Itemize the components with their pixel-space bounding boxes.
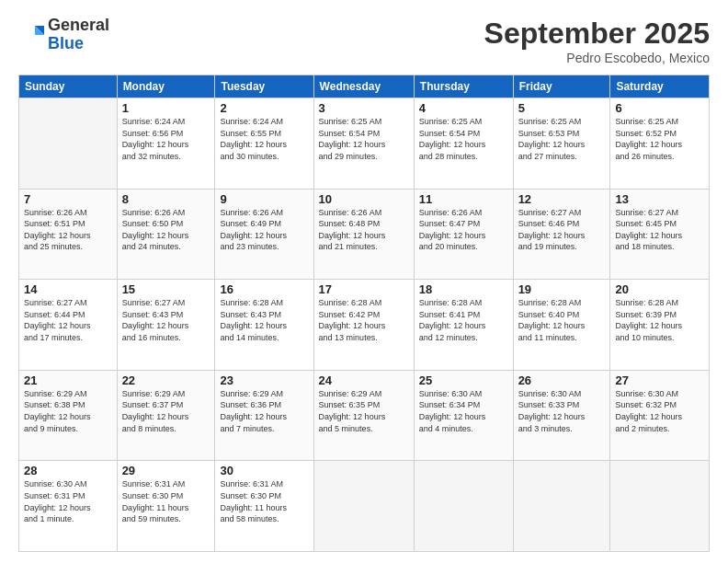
table-row: 6Sunrise: 6:25 AM Sunset: 6:52 PM Daylig… [610,98,710,190]
col-sunday: Sunday [19,75,118,98]
day-info: Sunrise: 6:27 AM Sunset: 6:43 PM Dayligh… [122,297,210,343]
day-info: Sunrise: 6:27 AM Sunset: 6:45 PM Dayligh… [615,207,704,253]
day-info: Sunrise: 6:30 AM Sunset: 6:34 PM Dayligh… [419,388,508,434]
table-row: 17Sunrise: 6:28 AM Sunset: 6:42 PM Dayli… [313,280,414,371]
day-number: 17 [319,282,409,296]
table-row: 22Sunrise: 6:29 AM Sunset: 6:37 PM Dayli… [117,370,215,461]
day-info: Sunrise: 6:30 AM Sunset: 6:33 PM Dayligh… [518,388,606,434]
calendar-week-row: 1Sunrise: 6:24 AM Sunset: 6:56 PM Daylig… [19,98,710,190]
day-number: 18 [419,282,508,296]
table-row: 29Sunrise: 6:31 AM Sunset: 6:30 PM Dayli… [117,461,215,552]
table-row: 3Sunrise: 6:25 AM Sunset: 6:54 PM Daylig… [313,98,414,190]
table-row: 4Sunrise: 6:25 AM Sunset: 6:54 PM Daylig… [414,98,513,190]
table-row [313,461,414,552]
table-row: 9Sunrise: 6:26 AM Sunset: 6:49 PM Daylig… [215,189,313,280]
day-number: 12 [518,192,606,206]
col-tuesday: Tuesday [215,75,313,98]
day-number: 6 [615,101,704,115]
calendar-week-row: 14Sunrise: 6:27 AM Sunset: 6:44 PM Dayli… [19,280,710,371]
table-row [610,461,710,552]
day-number: 16 [220,282,308,296]
day-number: 10 [319,192,409,206]
day-info: Sunrise: 6:30 AM Sunset: 6:31 PM Dayligh… [24,478,112,524]
day-info: Sunrise: 6:27 AM Sunset: 6:44 PM Dayligh… [24,297,112,343]
table-row: 21Sunrise: 6:29 AM Sunset: 6:38 PM Dayli… [19,370,118,461]
day-number: 15 [122,282,210,296]
logo-blue-text: Blue [48,35,109,53]
table-row: 16Sunrise: 6:28 AM Sunset: 6:43 PM Dayli… [215,280,313,371]
day-number: 29 [122,464,210,477]
table-row: 2Sunrise: 6:24 AM Sunset: 6:55 PM Daylig… [215,98,313,190]
day-number: 26 [518,373,606,387]
calendar-week-row: 28Sunrise: 6:30 AM Sunset: 6:31 PM Dayli… [19,461,710,552]
day-number: 4 [419,101,508,115]
day-number: 21 [24,373,112,387]
day-number: 22 [122,373,210,387]
table-row: 1Sunrise: 6:24 AM Sunset: 6:56 PM Daylig… [117,98,215,190]
day-info: Sunrise: 6:28 AM Sunset: 6:39 PM Dayligh… [615,297,704,343]
day-info: Sunrise: 6:25 AM Sunset: 6:54 PM Dayligh… [319,116,409,162]
day-info: Sunrise: 6:26 AM Sunset: 6:48 PM Dayligh… [319,207,409,253]
logo: General Blue [18,17,109,53]
day-info: Sunrise: 6:25 AM Sunset: 6:53 PM Dayligh… [518,116,606,162]
day-info: Sunrise: 6:25 AM Sunset: 6:54 PM Dayligh… [419,116,508,162]
day-info: Sunrise: 6:28 AM Sunset: 6:42 PM Dayligh… [319,297,409,343]
day-number: 27 [615,373,704,387]
calendar-table: Sunday Monday Tuesday Wednesday Thursday… [18,75,710,552]
day-info: Sunrise: 6:28 AM Sunset: 6:40 PM Dayligh… [518,297,606,343]
table-row: 19Sunrise: 6:28 AM Sunset: 6:40 PM Dayli… [513,280,610,371]
day-info: Sunrise: 6:24 AM Sunset: 6:56 PM Dayligh… [122,116,210,162]
page-header: General Blue September 2025 Pedro Escobe… [18,17,710,65]
day-info: Sunrise: 6:28 AM Sunset: 6:43 PM Dayligh… [220,297,308,343]
day-number: 19 [518,282,606,296]
table-row: 13Sunrise: 6:27 AM Sunset: 6:45 PM Dayli… [610,189,710,280]
logo-general-text: General [48,17,109,35]
day-info: Sunrise: 6:31 AM Sunset: 6:30 PM Dayligh… [122,478,210,524]
table-row: 20Sunrise: 6:28 AM Sunset: 6:39 PM Dayli… [610,280,710,371]
table-row: 25Sunrise: 6:30 AM Sunset: 6:34 PM Dayli… [414,370,513,461]
day-number: 9 [220,192,308,206]
title-section: September 2025 Pedro Escobedo, Mexico [484,17,710,65]
day-number: 28 [24,464,112,477]
day-number: 20 [615,282,704,296]
day-info: Sunrise: 6:29 AM Sunset: 6:35 PM Dayligh… [319,388,409,434]
table-row: 30Sunrise: 6:31 AM Sunset: 6:30 PM Dayli… [215,461,313,552]
table-row [414,461,513,552]
day-number: 2 [220,101,308,115]
day-info: Sunrise: 6:25 AM Sunset: 6:52 PM Dayligh… [615,116,704,162]
logo-icon [18,22,44,48]
day-number: 25 [419,373,508,387]
day-number: 30 [220,464,308,477]
table-row: 7Sunrise: 6:26 AM Sunset: 6:51 PM Daylig… [19,189,118,280]
table-row: 23Sunrise: 6:29 AM Sunset: 6:36 PM Dayli… [215,370,313,461]
location: Pedro Escobedo, Mexico [484,51,710,65]
day-number: 3 [319,101,409,115]
day-info: Sunrise: 6:28 AM Sunset: 6:41 PM Dayligh… [419,297,508,343]
table-row [19,98,118,190]
table-row: 12Sunrise: 6:27 AM Sunset: 6:46 PM Dayli… [513,189,610,280]
table-row [513,461,610,552]
col-thursday: Thursday [414,75,513,98]
table-row: 5Sunrise: 6:25 AM Sunset: 6:53 PM Daylig… [513,98,610,190]
day-number: 14 [24,282,112,296]
day-info: Sunrise: 6:29 AM Sunset: 6:38 PM Dayligh… [24,388,112,434]
col-wednesday: Wednesday [313,75,414,98]
day-number: 11 [419,192,508,206]
day-info: Sunrise: 6:26 AM Sunset: 6:50 PM Dayligh… [122,207,210,253]
day-number: 8 [122,192,210,206]
table-row: 28Sunrise: 6:30 AM Sunset: 6:31 PM Dayli… [19,461,118,552]
day-info: Sunrise: 6:29 AM Sunset: 6:37 PM Dayligh… [122,388,210,434]
col-monday: Monday [117,75,215,98]
day-info: Sunrise: 6:26 AM Sunset: 6:49 PM Dayligh… [220,207,308,253]
table-row: 10Sunrise: 6:26 AM Sunset: 6:48 PM Dayli… [313,189,414,280]
day-number: 23 [220,373,308,387]
day-number: 1 [122,101,210,115]
day-number: 5 [518,101,606,115]
calendar-header-row: Sunday Monday Tuesday Wednesday Thursday… [19,75,710,98]
day-info: Sunrise: 6:26 AM Sunset: 6:47 PM Dayligh… [419,207,508,253]
table-row: 27Sunrise: 6:30 AM Sunset: 6:32 PM Dayli… [610,370,710,461]
day-info: Sunrise: 6:29 AM Sunset: 6:36 PM Dayligh… [220,388,308,434]
month-title: September 2025 [484,17,710,51]
day-info: Sunrise: 6:30 AM Sunset: 6:32 PM Dayligh… [615,388,704,434]
day-info: Sunrise: 6:27 AM Sunset: 6:46 PM Dayligh… [518,207,606,253]
